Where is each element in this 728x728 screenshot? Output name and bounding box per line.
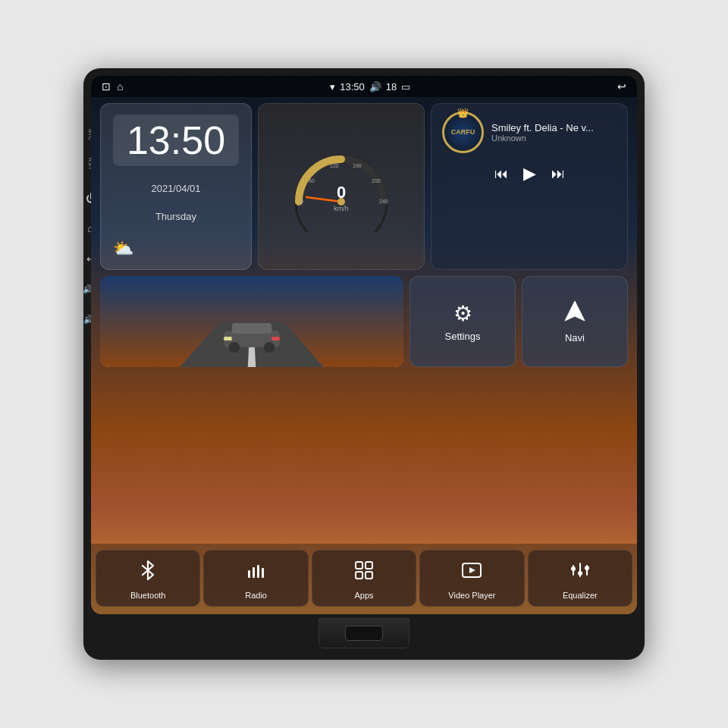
svg-rect-24 xyxy=(262,568,264,578)
crown-icon: 👑 xyxy=(457,108,469,118)
svg-point-16 xyxy=(228,342,240,353)
svg-rect-21 xyxy=(248,570,250,578)
equalizer-svg xyxy=(570,560,591,581)
radio-svg xyxy=(246,560,267,581)
svg-marker-30 xyxy=(469,567,475,573)
next-button[interactable]: ⏭ xyxy=(551,164,565,184)
status-bar-right: ↩ xyxy=(617,80,626,93)
bluetooth-svg xyxy=(137,560,158,581)
video-player-label: Video Player xyxy=(448,591,495,600)
music-controls: ⏮ ▶ ⏭ xyxy=(442,164,617,184)
svg-marker-20 xyxy=(565,301,585,321)
road-scene-svg xyxy=(100,276,403,367)
video-player-icon xyxy=(461,560,482,586)
settings-icon: ⚙ xyxy=(453,301,472,326)
svg-rect-23 xyxy=(257,565,259,578)
battery-icon: ▭ xyxy=(401,81,410,93)
clock-day: Thursday xyxy=(113,211,239,222)
main-screen: ⊡ ⌂ ▾ 13:50 🔊 18 ▭ ↩ xyxy=(91,76,637,614)
navi-label: Navi xyxy=(565,332,585,344)
settings-button[interactable]: ⚙ Settings xyxy=(410,276,516,367)
svg-point-32 xyxy=(571,566,576,571)
svg-text:200: 200 xyxy=(372,178,381,184)
middle-row: ⚙ Settings Navi xyxy=(100,276,628,367)
equalizer-icon xyxy=(570,560,591,586)
svg-rect-28 xyxy=(366,572,372,579)
apps-icon xyxy=(353,560,375,586)
svg-rect-19 xyxy=(271,337,280,340)
navi-button[interactable]: Navi xyxy=(522,276,628,367)
play-button[interactable]: ▶ xyxy=(523,164,536,184)
car-scene-widget xyxy=(100,276,403,367)
mount-bracket xyxy=(318,618,410,648)
svg-rect-27 xyxy=(356,572,362,579)
apps-label: Apps xyxy=(354,591,373,600)
battery-level: 18 xyxy=(386,81,397,93)
equalizer-label: Equalizer xyxy=(563,591,598,600)
svg-point-36 xyxy=(585,566,589,570)
radio-button[interactable]: Radio xyxy=(203,550,308,607)
navi-icon xyxy=(563,300,586,328)
bluetooth-button[interactable]: Bluetooth xyxy=(96,550,200,607)
app-status-icon: ⌂ xyxy=(117,80,123,93)
carfu-label: CARFU xyxy=(451,128,475,136)
music-top: CARFU 👑 Smiley ft. Delia - Ne v... Unkno… xyxy=(442,111,617,153)
svg-text:km/h: km/h xyxy=(334,205,349,212)
home-status-icon: ⊡ xyxy=(102,80,111,93)
top-row: 13:50 2021/04/01 Thursday ⛅ xyxy=(100,103,628,270)
svg-text:160: 160 xyxy=(353,163,362,168)
svg-rect-26 xyxy=(366,562,372,569)
status-bar-center: ▾ 13:50 🔊 18 ▭ xyxy=(330,81,410,93)
music-info: Smiley ft. Delia - Ne v... Unknown xyxy=(491,122,617,143)
screen-wrapper: ⊡ ⌂ ▾ 13:50 🔊 18 ▭ ↩ xyxy=(91,76,637,614)
apps-button[interactable]: Apps xyxy=(312,550,416,607)
weather-widget: ⛅ xyxy=(113,239,239,259)
svg-point-34 xyxy=(578,571,582,576)
equalizer-button[interactable]: Equalizer xyxy=(528,550,632,607)
svg-point-17 xyxy=(264,342,275,353)
radio-label: Radio xyxy=(245,591,267,600)
music-widget: CARFU 👑 Smiley ft. Delia - Ne v... Unkno… xyxy=(431,103,628,270)
svg-text:0: 0 xyxy=(300,199,303,204)
video-svg xyxy=(461,560,482,581)
settings-label: Settings xyxy=(445,331,481,342)
svg-text:60: 60 xyxy=(309,178,315,184)
radio-icon xyxy=(246,560,267,586)
main-content: 13:50 2021/04/01 Thursday ⛅ xyxy=(91,97,637,544)
apps-svg xyxy=(353,560,375,581)
speedometer-widget: 0 km/h 0 60 120 160 200 240 xyxy=(258,103,425,270)
svg-rect-18 xyxy=(224,337,232,340)
bottom-bar: Bluetooth Radio xyxy=(91,544,637,614)
svg-rect-22 xyxy=(253,567,255,578)
mount-hole xyxy=(345,626,383,641)
wifi-icon: ▾ xyxy=(330,81,335,93)
prev-button[interactable]: ⏮ xyxy=(494,164,508,184)
bluetooth-label: Bluetooth xyxy=(130,591,165,600)
svg-text:120: 120 xyxy=(330,163,339,168)
bluetooth-icon xyxy=(137,560,158,586)
svg-text:240: 240 xyxy=(379,199,388,204)
navi-triangle-svg xyxy=(563,300,586,322)
device-mount xyxy=(91,614,637,660)
back-icon[interactable]: ↩ xyxy=(617,80,626,93)
video-player-button[interactable]: Video Player xyxy=(419,550,524,607)
clock-date: 2021/04/01 xyxy=(113,183,239,194)
volume-icon: 🔊 xyxy=(369,81,381,93)
speedometer-svg: 0 km/h 0 60 120 160 200 240 xyxy=(281,141,402,232)
svg-rect-15 xyxy=(232,323,272,334)
music-track-title: Smiley ft. Delia - Ne v... xyxy=(491,122,617,133)
clock-widget: 13:50 2021/04/01 Thursday ⛅ xyxy=(100,103,252,270)
weather-icon: ⛅ xyxy=(113,239,133,259)
svg-point-10 xyxy=(337,198,345,206)
music-artist-name: Unknown xyxy=(491,133,617,143)
music-logo: CARFU 👑 xyxy=(442,111,484,153)
car-radio-device: MIC RST ⏻ ⌂ ↩ 🔊+ 🔊- ⊡ ⌂ ▾ 13:50 🔊 18 ▭ xyxy=(83,68,645,660)
clock-time: 13:50 xyxy=(113,115,239,166)
svg-rect-25 xyxy=(356,562,362,569)
status-time: 13:50 xyxy=(340,81,365,93)
status-bar: ⊡ ⌂ ▾ 13:50 🔊 18 ▭ ↩ xyxy=(91,76,637,97)
status-bar-left: ⊡ ⌂ xyxy=(102,80,123,93)
